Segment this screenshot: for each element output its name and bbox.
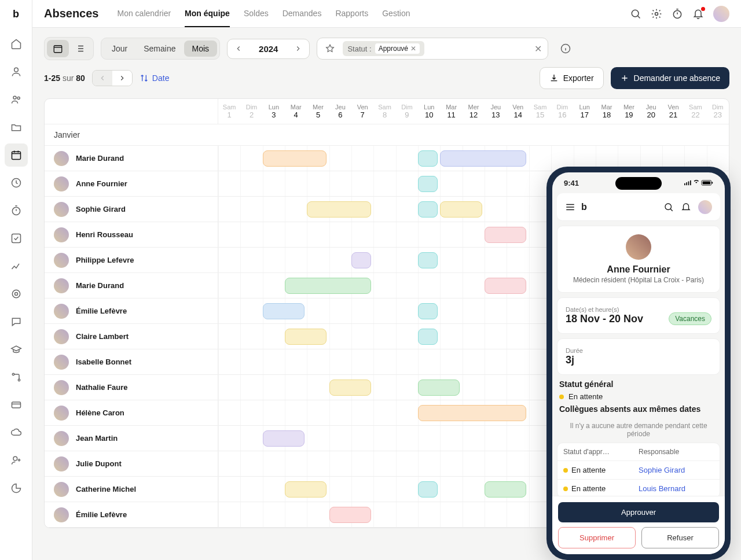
view-jour[interactable]: Jour (104, 40, 135, 57)
nav-flow-icon[interactable] (5, 366, 28, 389)
star-icon[interactable] (321, 40, 339, 57)
absence-bar[interactable] (263, 430, 305, 447)
phone-menu-icon[interactable] (565, 202, 575, 212)
search-icon[interactable] (630, 8, 641, 20)
day-header: Jeu6 (329, 99, 351, 124)
tab-demandes[interactable]: Demandes (283, 1, 322, 27)
page-next-btn[interactable] (112, 71, 132, 86)
layout-calendar-btn[interactable] (47, 40, 69, 57)
absence-bar[interactable] (418, 150, 438, 167)
year-prev-btn[interactable] (228, 40, 250, 57)
nav-timer-icon[interactable] (5, 199, 28, 222)
day-header: Ven14 (507, 99, 529, 124)
nav-folder-icon[interactable] (5, 116, 28, 139)
absence-bar[interactable] (418, 252, 438, 268)
gear-icon[interactable] (651, 8, 662, 20)
nav-clock-icon[interactable] (5, 171, 28, 194)
absence-bar[interactable] (329, 380, 371, 396)
day-header: Mar11 (440, 99, 462, 124)
absence-bar[interactable] (485, 278, 526, 294)
info-icon[interactable] (555, 38, 576, 59)
phone-time: 9:41 (564, 179, 579, 187)
tab-gestion[interactable]: Gestion (382, 1, 410, 27)
absence-bar[interactable] (485, 481, 526, 498)
phone-avatar[interactable] (698, 200, 712, 214)
day-header: Dim16 (551, 99, 573, 124)
approval-manager[interactable]: Sophie Girard (639, 466, 714, 474)
absence-bar[interactable] (307, 201, 371, 218)
avatar (54, 482, 69, 497)
tab-rapports[interactable]: Rapports (335, 1, 368, 27)
status-dot-icon (563, 468, 568, 473)
absence-bar[interactable] (263, 150, 327, 167)
nav-cloud-icon[interactable] (5, 421, 28, 444)
tab-mon-calendrier[interactable]: Mon calendrier (118, 1, 171, 27)
phone-refuse-button[interactable]: Refuser (641, 527, 719, 548)
view-mode-toggle: JourSemaineMois (101, 38, 220, 60)
absence-bar[interactable] (418, 405, 526, 421)
export-button[interactable]: Exporter (540, 67, 604, 89)
nav-check-icon[interactable] (5, 227, 28, 250)
nav-adduser-icon[interactable] (5, 449, 28, 472)
phone-dates-value: 18 Nov - 20 Nov (566, 313, 643, 325)
absence-bar[interactable] (418, 481, 438, 498)
filter-chip[interactable]: Statut : Approuvé ✕ (343, 41, 424, 56)
absence-bar[interactable] (263, 303, 305, 319)
view-mois[interactable]: Mois (184, 40, 218, 57)
absence-bar[interactable] (329, 507, 371, 523)
svg-rect-18 (684, 183, 685, 185)
absence-bar[interactable] (440, 201, 482, 218)
phone-delete-button[interactable]: Supprimer (558, 527, 636, 548)
svg-point-14 (655, 12, 658, 15)
nav-pie-icon[interactable] (5, 477, 28, 500)
day-header: Lun3 (263, 99, 285, 124)
avatar (54, 329, 69, 344)
absence-bar[interactable] (285, 329, 327, 345)
svg-point-9 (12, 373, 14, 375)
year-next-btn[interactable] (287, 40, 309, 57)
absence-bar[interactable] (418, 329, 438, 345)
sort-button[interactable]: Date (140, 73, 170, 83)
phone-approve-button[interactable]: Approuver (558, 502, 719, 522)
approval-manager[interactable]: Louis Bernard (639, 484, 714, 493)
view-semaine[interactable]: Semaine (135, 40, 184, 57)
nav-person-icon[interactable] (5, 60, 28, 83)
nav-chat-icon[interactable] (5, 310, 28, 333)
day-header: Ven21 (662, 99, 684, 124)
nav-people-icon[interactable] (5, 88, 28, 111)
nav-target-icon[interactable] (5, 282, 28, 305)
nav-chart-icon[interactable] (5, 255, 28, 278)
absence-bar[interactable] (351, 252, 371, 268)
absence-bar[interactable] (418, 176, 438, 192)
tab-mon-équipe[interactable]: Mon équipe (185, 1, 230, 27)
pagination-range: 1-25 sur 80 (44, 73, 85, 83)
absence-bar[interactable] (418, 201, 438, 218)
user-avatar[interactable] (713, 6, 729, 22)
absence-bar[interactable] (285, 481, 327, 498)
phone-search-icon[interactable] (663, 202, 674, 212)
filter-value: Approuvé (379, 45, 408, 53)
layout-list-btn[interactable] (69, 40, 91, 57)
request-absence-button[interactable]: Demander une absence (611, 67, 729, 89)
svg-rect-19 (686, 182, 687, 185)
stopwatch-icon[interactable] (672, 8, 683, 20)
filter-bar[interactable]: Statut : Approuvé ✕ ✕ (317, 38, 548, 60)
sidebar: b (0, 0, 32, 560)
absence-bar[interactable] (418, 380, 460, 396)
absence-bar[interactable] (285, 278, 371, 294)
year-navigator: 2024 (227, 39, 310, 59)
svg-rect-6 (12, 234, 20, 243)
tab-soldes[interactable]: Soldes (244, 1, 269, 27)
nav-home-icon[interactable] (5, 32, 28, 56)
absence-bar[interactable] (440, 150, 526, 167)
phone-bell-icon[interactable] (681, 202, 691, 212)
filter-remove-icon[interactable]: ✕ (410, 45, 416, 53)
clear-filters-icon[interactable]: ✕ (532, 41, 544, 57)
absence-bar[interactable] (485, 227, 526, 243)
absence-bar[interactable] (418, 303, 438, 319)
nav-card-icon[interactable] (5, 393, 28, 417)
page-prev-btn[interactable] (93, 71, 112, 86)
bell-icon[interactable] (692, 8, 704, 20)
nav-hat-icon[interactable] (5, 338, 28, 361)
nav-calendar-icon[interactable] (5, 143, 28, 167)
